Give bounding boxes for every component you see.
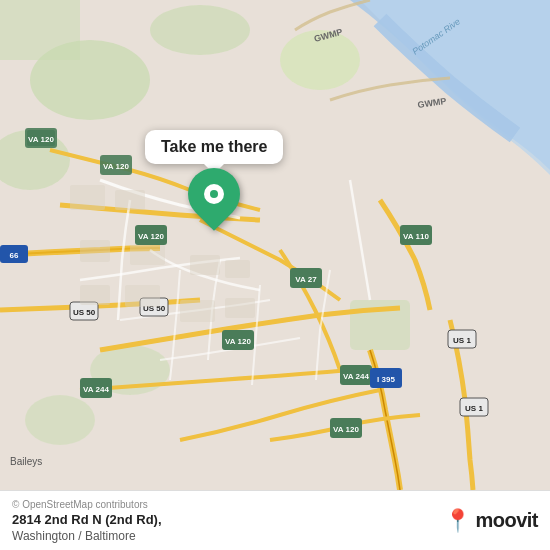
pin-dot [210, 190, 218, 198]
map-view: VA 120 VA 120 VA 120 VA 120 VA 120 66 US… [0, 0, 550, 490]
svg-text:VA 110: VA 110 [403, 232, 429, 241]
svg-text:Baileys: Baileys [10, 456, 42, 467]
svg-rect-44 [70, 185, 105, 210]
moovit-logo: 📍 moovit [444, 508, 538, 534]
svg-rect-47 [130, 245, 165, 265]
svg-text:VA 120: VA 120 [333, 425, 359, 434]
callout-bubble[interactable]: Take me there [145, 130, 283, 164]
region-text: Washington / Baltimore [12, 529, 162, 543]
svg-rect-45 [115, 190, 145, 210]
svg-text:VA 120: VA 120 [138, 232, 164, 241]
svg-point-4 [150, 5, 250, 55]
svg-rect-53 [225, 298, 255, 318]
svg-point-7 [25, 395, 95, 445]
svg-text:VA 120: VA 120 [225, 337, 251, 346]
moovit-brand-text: moovit [475, 509, 538, 532]
svg-text:VA 244: VA 244 [83, 385, 109, 394]
svg-text:US 1: US 1 [465, 404, 483, 413]
svg-text:VA 120: VA 120 [28, 135, 54, 144]
svg-rect-50 [190, 255, 220, 275]
moovit-pin-icon: 📍 [444, 508, 471, 534]
svg-rect-49 [125, 285, 160, 307]
callout-label: Take me there [161, 138, 267, 155]
svg-text:VA 120: VA 120 [103, 162, 129, 171]
location-pin [177, 157, 251, 231]
svg-rect-3 [0, 0, 80, 60]
svg-text:US 50: US 50 [73, 308, 96, 317]
svg-text:VA 244: VA 244 [343, 372, 369, 381]
attribution-block: © OpenStreetMap contributors 2814 2nd Rd… [12, 499, 162, 543]
svg-text:US 1: US 1 [453, 336, 471, 345]
svg-rect-48 [80, 285, 110, 305]
svg-text:I 395: I 395 [377, 375, 395, 384]
svg-text:VA 27: VA 27 [295, 275, 317, 284]
bottom-bar: © OpenStreetMap contributors 2814 2nd Rd… [0, 490, 550, 550]
svg-rect-52 [180, 300, 215, 322]
pin-inner [204, 184, 224, 204]
svg-rect-46 [80, 240, 110, 262]
svg-text:66: 66 [10, 251, 19, 260]
osm-attribution: © OpenStreetMap contributors [12, 499, 162, 510]
address-text: 2814 2nd Rd N (2nd Rd), [12, 512, 162, 527]
map-callout[interactable]: Take me there [145, 130, 283, 220]
svg-rect-51 [225, 260, 250, 278]
